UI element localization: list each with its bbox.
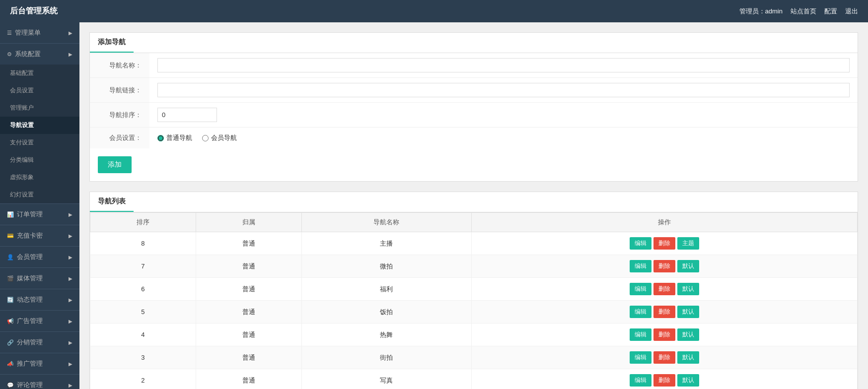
sidebar-section-distribution-manage: 🔗分销管理▶ (0, 332, 79, 353)
name-field (149, 53, 858, 78)
sidebar-item-member-settings[interactable]: 会员设置 (0, 82, 79, 99)
sidebar-section-icon: 💬 (7, 382, 14, 389)
arrow-icon: ▶ (69, 340, 72, 345)
cell-order: 5 (90, 301, 196, 324)
sidebar-section-system-config: ⚙系统配置▶基础配置会员设置管理账户导航设置支付设置分类编辑虚拟形象幻灯设置 (0, 44, 79, 204)
delete-button[interactable]: 删除 (653, 237, 675, 250)
sidebar-section-comment-manage: 💬评论管理▶ (0, 375, 79, 389)
order-row: 导航排序： (90, 103, 858, 128)
cell-actions: 编辑删除主题 (471, 232, 857, 255)
cell-name: 主播 (301, 232, 471, 255)
default-button[interactable]: 默认 (677, 328, 699, 341)
order-field (149, 103, 858, 128)
name-label: 导航名称： (90, 53, 149, 78)
edit-button[interactable]: 编辑 (630, 328, 651, 341)
table-row: 6普通福利编辑删除默认 (90, 278, 858, 301)
action-buttons: 编辑删除主题 (476, 237, 853, 250)
sidebar-section-member-manage: 👤会员管理▶ (0, 247, 79, 268)
admin-label: 管理员：admin (739, 7, 783, 16)
site-link[interactable]: 站点首页 (791, 7, 816, 16)
radio-member-label[interactable]: 会员导航 (202, 133, 237, 142)
delete-button[interactable]: 删除 (653, 374, 675, 387)
sidebar-section-header-dynamic-manage[interactable]: 🔄动态管理▶ (0, 289, 79, 310)
default-button[interactable]: 默认 (677, 374, 699, 387)
edit-button[interactable]: 编辑 (630, 260, 651, 272)
delete-button[interactable]: 删除 (653, 283, 675, 295)
table-header-row: 排序归属导航名称操作 (90, 213, 858, 232)
action-buttons: 编辑删除默认 (476, 260, 853, 272)
col-归属: 归属 (196, 213, 301, 232)
name-input[interactable] (157, 58, 850, 72)
cell-actions: 编辑删除默认 (471, 255, 857, 278)
radio-normal-label[interactable]: 普通导航 (157, 133, 192, 142)
cell-belongs: 普通 (196, 255, 301, 278)
logout-link[interactable]: 退出 (845, 7, 858, 16)
edit-button[interactable]: 编辑 (630, 374, 651, 387)
sidebar-section-header-distribution-manage[interactable]: 🔗分销管理▶ (0, 332, 79, 353)
action-buttons: 编辑删除默认 (476, 283, 853, 295)
default-button[interactable]: 默认 (677, 260, 699, 272)
arrow-icon: ▶ (69, 30, 72, 36)
sidebar-section-header-ad-manage[interactable]: 📢广告管理▶ (0, 311, 79, 331)
link-input[interactable] (157, 83, 850, 97)
col-排序: 排序 (90, 213, 196, 232)
delete-button[interactable]: 删除 (653, 328, 675, 341)
delete-button[interactable]: 删除 (653, 260, 675, 272)
sidebar-section-header-system-config[interactable]: ⚙系统配置▶ (0, 44, 79, 65)
sidebar-item-carousel-settings[interactable]: 幻灯设置 (0, 186, 79, 203)
cell-actions: 编辑删除默认 (471, 346, 857, 369)
sidebar-section-header-member-manage[interactable]: 👤会员管理▶ (0, 247, 79, 267)
sidebar-section-header-promote-manage[interactable]: 📣推广管理▶ (0, 353, 79, 374)
sidebar-section-header-manage-menu[interactable]: ☰管理菜单▶ (0, 22, 79, 43)
sidebar-section-header-media-manage[interactable]: 🎬媒体管理▶ (0, 268, 79, 289)
delete-button[interactable]: 删除 (653, 306, 675, 318)
edit-button[interactable]: 编辑 (630, 237, 651, 250)
sidebar-item-category-edit[interactable]: 分类编辑 (0, 151, 79, 169)
cell-actions: 编辑删除默认 (471, 278, 857, 301)
cell-name: 热舞 (301, 324, 471, 346)
sidebar-section-promote-manage: 📣推广管理▶ (0, 353, 79, 375)
cell-belongs: 普通 (196, 369, 301, 389)
radio-normal-input[interactable] (157, 135, 164, 141)
link-row: 导航链接： (90, 78, 858, 103)
sidebar-item-manage-account[interactable]: 管理账户 (0, 99, 79, 117)
edit-button[interactable]: 编辑 (630, 351, 651, 364)
add-button[interactable]: 添加 (98, 156, 132, 173)
sidebar-section-label: 动态管理 (17, 295, 43, 304)
sidebar-item-nav-settings[interactable]: 导航设置 (0, 117, 79, 134)
sidebar-section-icon: 🔄 (7, 297, 14, 303)
sidebar-section-order-manage: 📊订单管理▶ (0, 204, 79, 225)
default-button[interactable]: 默认 (677, 351, 699, 364)
cell-belongs: 普通 (196, 324, 301, 346)
sidebar-section-label: 管理菜单 (15, 28, 41, 37)
sidebar-section-header-comment-manage[interactable]: 💬评论管理▶ (0, 375, 79, 389)
sidebar-section-label: 媒体管理 (17, 274, 43, 283)
sidebar-section-icon: 🎬 (7, 275, 14, 282)
sidebar-item-basic-config[interactable]: 基础配置 (0, 65, 79, 82)
header-right: 管理员：admin 站点首页 配置 退出 (739, 7, 858, 16)
sidebar-section-icon: 📊 (7, 211, 14, 218)
radio-member-input[interactable] (202, 135, 209, 141)
sidebar-section-header-recharge-card[interactable]: 💳充值卡密▶ (0, 225, 79, 246)
header-title: 后台管理系统 (10, 6, 58, 16)
sidebar-section-label: 广告管理 (17, 317, 43, 325)
sidebar-section-header-order-manage[interactable]: 📊订单管理▶ (0, 204, 79, 225)
edit-button[interactable]: 编辑 (630, 283, 651, 295)
config-link[interactable]: 配置 (824, 7, 837, 16)
edit-button[interactable]: 编辑 (630, 306, 651, 318)
sidebar-section-icon: 📣 (7, 361, 14, 367)
cell-order: 6 (90, 278, 196, 301)
sidebar-item-virtual-avatar[interactable]: 虚拟形象 (0, 169, 79, 186)
name-row: 导航名称： (90, 53, 858, 78)
delete-button[interactable]: 删除 (653, 351, 675, 364)
theme-button[interactable]: 主题 (677, 237, 699, 250)
member-row: 会员设置： 普通导航 会员导航 (90, 128, 858, 149)
table-row: 8普通主播编辑删除主题 (90, 232, 858, 255)
sidebar-item-pay-settings[interactable]: 支付设置 (0, 134, 79, 151)
default-button[interactable]: 默认 (677, 306, 699, 318)
sidebar-section-label: 订单管理 (17, 210, 43, 219)
cell-belongs: 普通 (196, 278, 301, 301)
order-input[interactable] (157, 108, 217, 122)
default-button[interactable]: 默认 (677, 283, 699, 295)
table-row: 7普通微拍编辑删除默认 (90, 255, 858, 278)
